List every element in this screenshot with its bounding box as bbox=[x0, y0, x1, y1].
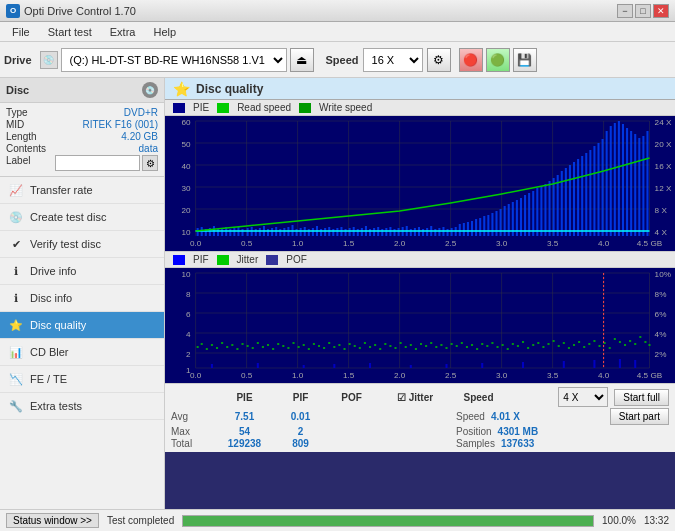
toolbar-btn-1[interactable]: 🔴 bbox=[459, 48, 483, 72]
disc-label-row: Label ⚙ bbox=[6, 155, 158, 171]
config-button[interactable]: ⚙ bbox=[427, 48, 451, 72]
svg-rect-138 bbox=[602, 139, 604, 236]
svg-rect-39 bbox=[197, 228, 199, 236]
maximize-button[interactable]: □ bbox=[635, 4, 651, 18]
svg-rect-142 bbox=[618, 121, 620, 236]
svg-rect-193 bbox=[369, 363, 371, 368]
close-button[interactable]: ✕ bbox=[653, 4, 669, 18]
title-bar-buttons: − □ ✕ bbox=[617, 4, 669, 18]
drive-label: Drive bbox=[4, 54, 32, 66]
status-bar: Status window >> Test completed 100.0% 1… bbox=[0, 509, 675, 531]
start-full-button[interactable]: Start full bbox=[614, 389, 669, 406]
svg-rect-125 bbox=[549, 181, 551, 236]
label-settings-button[interactable]: ⚙ bbox=[142, 155, 158, 171]
toolbar-btn-2[interactable]: 🟢 bbox=[486, 48, 510, 72]
disc-type-row: Type DVD+R bbox=[6, 107, 158, 118]
nav-cd-bler[interactable]: 📊 CD Bler bbox=[0, 339, 164, 366]
col-pie: PIE bbox=[217, 392, 272, 403]
nav-extra-tests[interactable]: 🔧 Extra tests bbox=[0, 393, 164, 420]
svg-rect-215 bbox=[262, 346, 264, 348]
menu-extra[interactable]: Extra bbox=[102, 24, 144, 40]
svg-text:4.5 GB: 4.5 GB bbox=[637, 239, 662, 248]
menu-start-test[interactable]: Start test bbox=[40, 24, 100, 40]
eject-button[interactable]: ⏏ bbox=[290, 48, 314, 72]
speed-4x-select[interactable]: 4 X8 X16 X bbox=[558, 387, 608, 407]
svg-text:2%: 2% bbox=[655, 350, 667, 359]
progress-bar-container bbox=[182, 515, 594, 527]
type-value: DVD+R bbox=[124, 107, 158, 118]
svg-rect-119 bbox=[524, 195, 526, 236]
svg-rect-91 bbox=[410, 229, 412, 236]
nav-create-test-disc[interactable]: 💿 Create test disc bbox=[0, 204, 164, 231]
svg-rect-264 bbox=[512, 343, 514, 345]
svg-rect-190 bbox=[257, 363, 259, 368]
svg-rect-127 bbox=[557, 175, 559, 236]
svg-rect-271 bbox=[548, 343, 550, 345]
svg-rect-134 bbox=[585, 153, 587, 236]
nav-verify-test-disc[interactable]: ✔ Verify test disc bbox=[0, 231, 164, 258]
svg-text:6: 6 bbox=[186, 310, 191, 319]
status-window-button[interactable]: Status window >> bbox=[6, 513, 99, 528]
svg-rect-291 bbox=[648, 344, 650, 346]
svg-rect-194 bbox=[410, 365, 412, 368]
svg-rect-218 bbox=[277, 343, 279, 345]
speed-label2: Speed bbox=[456, 411, 485, 422]
svg-rect-283 bbox=[609, 347, 611, 349]
svg-rect-144 bbox=[626, 128, 628, 236]
svg-rect-70 bbox=[324, 228, 326, 236]
nav-disc-quality[interactable]: ⭐ Disc quality bbox=[0, 312, 164, 339]
svg-rect-234 bbox=[359, 347, 361, 349]
minimize-button[interactable]: − bbox=[617, 4, 633, 18]
avg-pif: 0.01 bbox=[278, 411, 323, 422]
read-speed-legend-box bbox=[217, 103, 229, 113]
save-button[interactable]: 💾 bbox=[513, 48, 537, 72]
svg-rect-75 bbox=[345, 229, 347, 236]
menu-help[interactable]: Help bbox=[145, 24, 184, 40]
legend-top: PIE Read speed Write speed bbox=[165, 100, 675, 116]
svg-rect-81 bbox=[369, 229, 371, 236]
svg-rect-238 bbox=[379, 348, 381, 350]
svg-rect-290 bbox=[644, 341, 646, 343]
nav-transfer-rate[interactable]: 📈 Transfer rate bbox=[0, 177, 164, 204]
svg-rect-87 bbox=[393, 229, 395, 236]
svg-text:2.5: 2.5 bbox=[445, 371, 457, 380]
svg-rect-121 bbox=[532, 191, 534, 236]
svg-rect-259 bbox=[486, 345, 488, 347]
svg-rect-269 bbox=[537, 342, 539, 344]
nav-drive-info[interactable]: ℹ Drive info bbox=[0, 258, 164, 285]
speed-label: Speed bbox=[326, 54, 359, 66]
svg-rect-51 bbox=[247, 228, 249, 236]
svg-rect-256 bbox=[471, 344, 473, 346]
svg-rect-123 bbox=[540, 186, 542, 236]
svg-rect-210 bbox=[236, 348, 238, 350]
nav-disc-info[interactable]: ℹ Disc info bbox=[0, 285, 164, 312]
svg-rect-270 bbox=[542, 346, 544, 348]
svg-rect-220 bbox=[287, 347, 289, 349]
svg-rect-44 bbox=[217, 229, 219, 236]
svg-rect-233 bbox=[354, 345, 356, 347]
svg-rect-263 bbox=[507, 348, 509, 350]
svg-rect-262 bbox=[502, 344, 504, 346]
svg-rect-129 bbox=[565, 168, 567, 236]
drive-select[interactable]: (Q:) HL-DT-ST BD-RE WH16NS58 1.V1 bbox=[61, 48, 287, 72]
menu-file[interactable]: File bbox=[4, 24, 38, 40]
svg-rect-236 bbox=[369, 346, 371, 348]
svg-text:0.0: 0.0 bbox=[190, 371, 202, 380]
sidebar: Disc 💿 Type DVD+R MID RITEK F16 (001) Le… bbox=[0, 78, 165, 509]
col-speed: Speed bbox=[456, 392, 501, 403]
svg-text:10%: 10% bbox=[655, 270, 671, 279]
svg-text:2: 2 bbox=[186, 350, 191, 359]
extra-tests-icon: 🔧 bbox=[8, 398, 24, 414]
nav-fe-te[interactable]: 📉 FE / TE bbox=[0, 366, 164, 393]
chart-top-svg: 60 50 40 30 20 10 24 X 20 X 16 X 12 X 8 … bbox=[165, 116, 675, 251]
svg-rect-257 bbox=[476, 348, 478, 350]
svg-rect-288 bbox=[634, 343, 636, 345]
svg-rect-151 bbox=[165, 268, 675, 383]
speed-select[interactable]: 16 X 8 X 4 X bbox=[363, 48, 423, 72]
title-bar: O Opti Drive Control 1.70 − □ ✕ bbox=[0, 0, 675, 22]
svg-rect-108 bbox=[479, 218, 481, 236]
start-part-button[interactable]: Start part bbox=[610, 408, 669, 425]
svg-rect-240 bbox=[389, 345, 391, 347]
svg-rect-231 bbox=[344, 348, 346, 350]
label-input[interactable] bbox=[55, 155, 140, 171]
